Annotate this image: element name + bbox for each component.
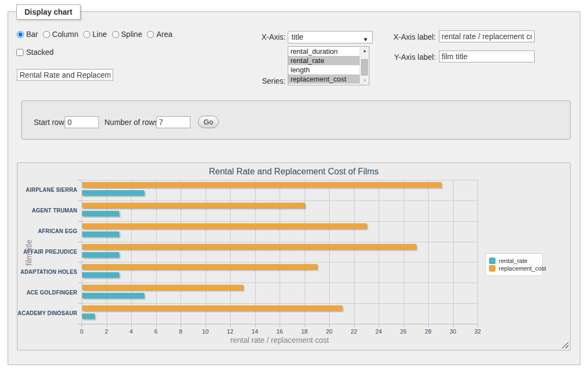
x-tick-label: 4 bbox=[122, 328, 140, 335]
chart-title-input[interactable] bbox=[17, 69, 113, 81]
chart-type-radio-label: Spline bbox=[121, 30, 143, 39]
y-axis-tick bbox=[78, 303, 82, 304]
bar-replacement_cost[interactable] bbox=[82, 285, 243, 290]
gridline-vertical bbox=[453, 180, 454, 324]
x-axis-line bbox=[82, 324, 478, 324]
start-row-input[interactable] bbox=[65, 116, 99, 128]
series-select-label: Series: bbox=[257, 77, 286, 85]
category-label: AGENT TRUMAN bbox=[17, 208, 77, 214]
series-option-replacement_cost[interactable]: replacement_cost bbox=[288, 74, 360, 84]
chart-type-option-spline: Spline bbox=[112, 30, 143, 39]
x-axis-label-input[interactable] bbox=[439, 30, 535, 42]
legend-swatch-icon bbox=[489, 258, 496, 264]
bar-rental_rate[interactable] bbox=[82, 190, 144, 196]
x-tick-label: 16 bbox=[270, 328, 289, 335]
start-row-label: Start row: bbox=[34, 118, 66, 127]
bar-rental_rate[interactable] bbox=[82, 252, 119, 258]
number-of-rows-label: Number of rows: bbox=[104, 118, 160, 127]
x-axis-select[interactable]: title ▼ bbox=[288, 31, 373, 43]
gridline-vertical bbox=[428, 180, 429, 324]
x-tick-label: 22 bbox=[345, 328, 363, 335]
chart-legend: rental_ratereplacement_cost bbox=[485, 253, 543, 276]
category-label: ACADEMY DINOSAUR bbox=[17, 310, 77, 316]
stacked-label: Stacked bbox=[26, 48, 54, 57]
chart-type-radio-area[interactable] bbox=[147, 31, 154, 38]
dropdown-arrow-icon: ▼ bbox=[363, 34, 368, 45]
gridline-vertical bbox=[131, 180, 132, 324]
x-tick-label: 28 bbox=[419, 328, 437, 335]
scroll-up-icon[interactable]: ▲ bbox=[360, 47, 369, 55]
bar-replacement_cost[interactable] bbox=[82, 305, 342, 311]
bar-replacement_cost[interactable] bbox=[82, 223, 367, 229]
gridline-vertical bbox=[329, 180, 330, 324]
legend-item-replacement_cost[interactable]: replacement_cost bbox=[489, 265, 539, 272]
gridline-vertical bbox=[354, 180, 355, 324]
chart-type-radio-spline[interactable] bbox=[112, 31, 119, 38]
bar-rental_rate[interactable] bbox=[82, 211, 119, 216]
chart-type-option-area: Area bbox=[147, 30, 172, 39]
scroll-down-icon[interactable]: ▼ bbox=[360, 77, 369, 85]
legend-item-rental_rate[interactable]: rental_rate bbox=[489, 258, 539, 264]
bar-replacement_cost[interactable] bbox=[82, 203, 305, 208]
series-scrollbar[interactable]: ▲ ▼ bbox=[360, 47, 369, 85]
gridline-horizontal bbox=[82, 242, 478, 242]
legend-label: rental_rate bbox=[499, 258, 528, 264]
y-axis-title: film title bbox=[24, 217, 33, 288]
gridline-horizontal bbox=[82, 283, 478, 283]
bar-replacement_cost[interactable] bbox=[82, 182, 441, 187]
gridline-horizontal bbox=[82, 180, 478, 180]
x-axis-select-label: X-Axis: bbox=[256, 33, 286, 41]
page: Display chart BarColumnLineSplineArea St… bbox=[0, 0, 588, 370]
y-axis-label-caption: Y-Axis label: bbox=[389, 53, 436, 61]
x-tick-label: 30 bbox=[444, 328, 462, 335]
x-tick-label: 32 bbox=[468, 328, 487, 335]
chart-type-radio-label: Bar bbox=[26, 30, 38, 39]
x-tick-label: 14 bbox=[246, 328, 264, 335]
gridline-vertical bbox=[379, 180, 379, 324]
chart-type-radio-bar[interactable] bbox=[17, 31, 24, 38]
series-options: rental_durationrental_ratelengthreplacem… bbox=[288, 47, 360, 85]
x-tick-label: 18 bbox=[295, 328, 314, 335]
chart-type-radio-label: Area bbox=[156, 30, 172, 39]
stacked-checkbox[interactable] bbox=[16, 49, 23, 56]
x-tick-label: 8 bbox=[171, 328, 190, 335]
bar-rental_rate[interactable] bbox=[82, 272, 119, 278]
bar-replacement_cost[interactable] bbox=[82, 264, 317, 269]
gridline-vertical bbox=[478, 180, 478, 324]
series-listbox[interactable]: rental_durationrental_ratelengthreplacem… bbox=[288, 46, 369, 85]
x-tick-label: 12 bbox=[221, 328, 239, 335]
resize-handle-icon[interactable] bbox=[562, 342, 568, 348]
gridline-vertical bbox=[404, 180, 404, 324]
x-tick-label: 24 bbox=[369, 328, 388, 335]
bar-rental_rate[interactable] bbox=[82, 293, 144, 298]
x-tick-label: 2 bbox=[97, 328, 116, 335]
gridline-vertical bbox=[280, 180, 280, 324]
y-axis-tick bbox=[78, 242, 82, 242]
chart-type-radio-line[interactable] bbox=[83, 31, 90, 38]
x-axis-selected-value: title bbox=[292, 33, 304, 41]
number-of-rows-input[interactable] bbox=[156, 116, 190, 128]
x-tick-label: 10 bbox=[196, 328, 215, 335]
row-range-panel: Start row: Number of rows: Go bbox=[21, 101, 571, 140]
series-option-rental_duration[interactable]: rental_duration bbox=[288, 47, 360, 56]
gridline-vertical bbox=[255, 180, 256, 324]
bar-rental_rate[interactable] bbox=[82, 231, 119, 237]
fieldset-legend-title: Display chart bbox=[16, 4, 81, 20]
chart-title: Rental Rate and Replacement Cost of Film… bbox=[17, 167, 570, 177]
gridline-vertical bbox=[206, 180, 206, 324]
chart-type-radio-label: Column bbox=[52, 30, 78, 39]
display-chart-fieldset: Display chart BarColumnLineSplineArea St… bbox=[8, 11, 580, 365]
bar-rental_rate[interactable] bbox=[82, 313, 95, 319]
gridline-vertical bbox=[156, 180, 157, 324]
series-option-length[interactable]: length bbox=[288, 65, 360, 74]
series-option-rental_rate[interactable]: rental_rate bbox=[288, 56, 360, 65]
gridline-vertical bbox=[305, 180, 305, 324]
y-axis-label-input[interactable] bbox=[439, 51, 535, 62]
go-button[interactable]: Go bbox=[198, 116, 219, 128]
y-axis-tick bbox=[78, 221, 82, 222]
scrollbar-thumb[interactable] bbox=[361, 59, 368, 76]
chart-type-radio-column[interactable] bbox=[43, 31, 50, 38]
chart-type-option-bar: Bar bbox=[17, 30, 38, 39]
x-tick-label: 0 bbox=[72, 328, 91, 335]
bar-replacement_cost[interactable] bbox=[82, 244, 416, 249]
